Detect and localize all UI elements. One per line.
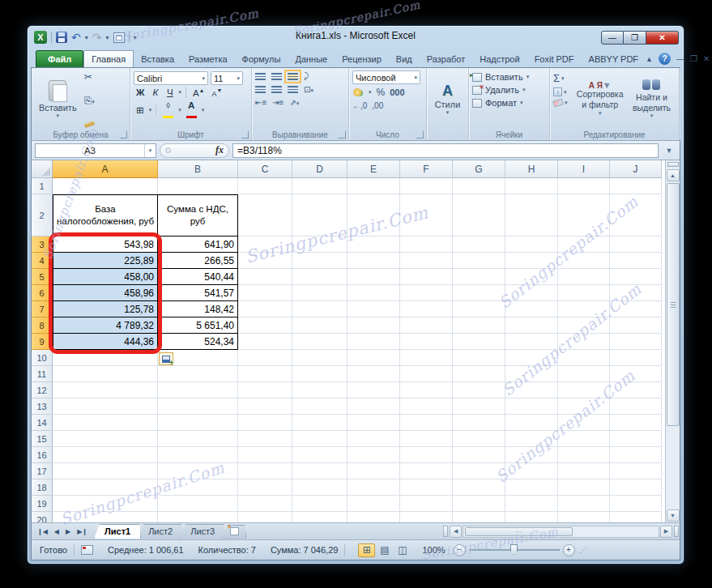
cell-H12[interactable] — [505, 382, 558, 398]
delete-cells-button[interactable]: Удалить▾ — [472, 85, 546, 95]
fill-button[interactable]: ↓▾ — [553, 87, 568, 96]
bold-button[interactable]: Ж — [134, 87, 147, 97]
column-header-G[interactable]: G — [453, 160, 505, 178]
paste-button[interactable]: Вставить ▾ — [35, 70, 81, 128]
help-icon[interactable]: ? — [659, 53, 671, 65]
cell-G6[interactable] — [453, 285, 505, 301]
cell-H3[interactable] — [505, 236, 558, 253]
cell-H20[interactable] — [505, 512, 558, 522]
cell-G17[interactable] — [453, 463, 505, 479]
cell-E8[interactable] — [347, 317, 400, 334]
cell-E15[interactable] — [347, 431, 400, 447]
row-header-1[interactable]: 1 — [32, 178, 53, 194]
column-header-E[interactable]: E — [347, 160, 400, 178]
cell-B5[interactable]: 540,44 — [158, 269, 238, 285]
font-color-dropdown-icon[interactable]: ▾ — [202, 107, 205, 113]
cut-icon[interactable]: ✂ — [84, 72, 95, 83]
align-bottom-icon[interactable] — [288, 73, 298, 80]
cell-B2[interactable]: Сумма с НДС, руб — [158, 194, 238, 236]
cell-J3[interactable] — [610, 236, 662, 253]
row-header-13[interactable]: 13 — [32, 398, 53, 415]
sheet-tab-лист3[interactable]: Лист3 — [180, 524, 225, 539]
cell-H11[interactable] — [505, 366, 558, 382]
row-header-15[interactable]: 15 — [32, 431, 53, 447]
formula-input[interactable]: =B3/118% — [232, 143, 659, 158]
cell-C13[interactable] — [238, 398, 292, 415]
column-header-F[interactable]: F — [400, 160, 453, 178]
comma-style-icon[interactable]: 000 — [390, 87, 404, 97]
cell-H15[interactable] — [505, 431, 558, 447]
copy-icon[interactable]: ⎘▾ — [84, 96, 95, 107]
cell-D3[interactable] — [292, 236, 347, 253]
cell-E17[interactable] — [347, 463, 400, 479]
zoom-out-icon[interactable]: − — [454, 544, 466, 556]
cell-A20[interactable] — [53, 512, 158, 522]
autofill-options-button[interactable] — [159, 352, 173, 365]
cell-H18[interactable] — [505, 479, 558, 496]
column-header-A[interactable]: A — [53, 160, 158, 178]
decrease-indent-icon[interactable]: ⇤≡ — [255, 98, 266, 107]
scroll-down-icon[interactable]: ▼ — [667, 509, 680, 522]
cell-I2[interactable] — [558, 194, 610, 236]
cell-I9[interactable] — [558, 334, 610, 350]
row-header-14[interactable]: 14 — [32, 415, 53, 431]
cell-E4[interactable] — [347, 253, 400, 269]
cell-E13[interactable] — [347, 398, 400, 415]
cell-A11[interactable] — [53, 366, 158, 382]
tab-разработ[interactable]: Разработ — [420, 51, 472, 67]
row-header-3[interactable]: 3 — [32, 236, 53, 253]
row-header-6[interactable]: 6 — [32, 285, 53, 301]
cell-J15[interactable] — [610, 431, 662, 447]
cell-E7[interactable] — [347, 301, 400, 317]
cell-A6[interactable]: 458,96 — [53, 285, 158, 301]
save-icon[interactable] — [56, 32, 67, 43]
resize-grip[interactable]: ⋰ — [580, 546, 588, 554]
cell-J14[interactable] — [610, 415, 662, 431]
cell-E6[interactable] — [347, 285, 400, 301]
column-header-I[interactable]: I — [558, 160, 610, 178]
format-cells-button[interactable]: Формат▾ — [472, 98, 546, 108]
cell-H16[interactable] — [505, 447, 558, 463]
cell-D1[interactable] — [292, 178, 347, 194]
insert-sheet-tab[interactable] — [222, 525, 246, 539]
cell-F9[interactable] — [400, 334, 453, 350]
tab-надстрой[interactable]: Надстрой — [472, 51, 527, 67]
cell-G7[interactable] — [453, 301, 505, 317]
cell-J4[interactable] — [610, 253, 662, 269]
cell-F12[interactable] — [400, 382, 453, 398]
cell-D11[interactable] — [292, 366, 347, 382]
cell-F7[interactable] — [400, 301, 453, 317]
cell-B12[interactable] — [158, 382, 238, 398]
vertical-scrollbar[interactable]: ▲ ▼ — [665, 160, 680, 522]
cell-E12[interactable] — [347, 382, 400, 398]
undo-icon[interactable]: ↶ — [71, 32, 81, 42]
clipboard-dialog-launcher-icon[interactable] — [120, 131, 127, 138]
cell-E5[interactable] — [347, 269, 400, 285]
cell-H17[interactable] — [505, 463, 558, 479]
cell-D8[interactable] — [292, 317, 347, 334]
cell-F8[interactable] — [400, 317, 453, 334]
font-name-combo[interactable]: Calibri▾ — [134, 71, 208, 85]
insert-function-icon[interactable]: fx — [215, 144, 224, 156]
row-header-2[interactable]: 2 — [32, 194, 53, 236]
select-all-corner[interactable] — [32, 160, 53, 178]
cell-F14[interactable] — [400, 415, 453, 431]
cell-I7[interactable] — [558, 301, 610, 317]
cell-D19[interactable] — [292, 496, 347, 512]
row-header-18[interactable]: 18 — [32, 479, 53, 496]
cell-J17[interactable] — [610, 463, 662, 479]
cell-G9[interactable] — [453, 334, 505, 350]
first-sheet-icon[interactable]: ❙◀ — [34, 528, 51, 535]
find-select-button[interactable]: Найти и выделить ▾ — [628, 70, 676, 128]
close-button[interactable]: ✕ — [646, 31, 679, 45]
cell-H6[interactable] — [505, 285, 558, 301]
cell-C20[interactable] — [238, 512, 292, 522]
cell-G20[interactable] — [453, 512, 505, 522]
cell-I1[interactable] — [558, 178, 610, 194]
cell-B17[interactable] — [158, 463, 238, 479]
cell-D20[interactable] — [292, 512, 347, 522]
doc-close-icon[interactable]: ✕ — [703, 54, 710, 63]
italic-button[interactable]: К — [149, 87, 161, 97]
font-size-combo[interactable]: 11▾ — [211, 71, 243, 85]
cell-D10[interactable] — [292, 350, 347, 366]
